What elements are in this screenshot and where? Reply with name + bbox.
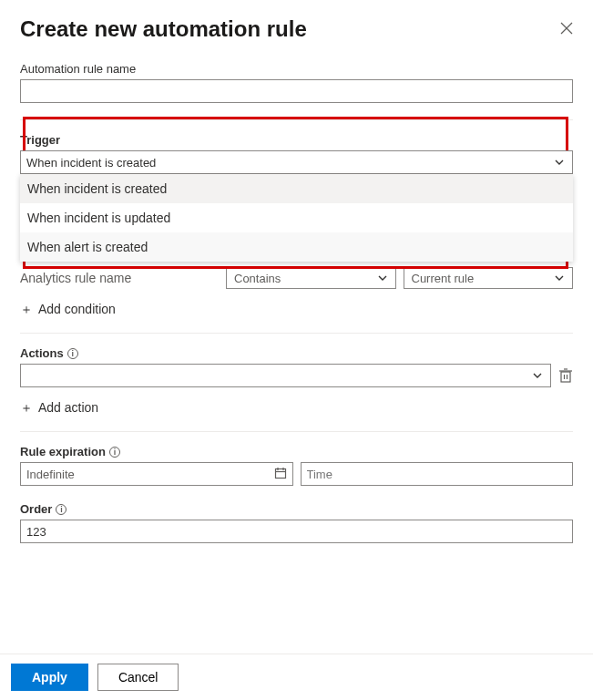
info-icon: i [56,504,66,515]
analytics-rule-label: Analytics rule name [20,271,219,285]
expiration-date-input[interactable]: Indefinite [20,462,293,486]
expiration-time-input[interactable] [301,462,574,486]
expiration-label: Rule expiration i [20,445,573,458]
trigger-option-alert[interactable]: When alert is created [20,232,573,262]
cancel-button[interactable]: Cancel [97,664,179,691]
condition-operator-dropdown[interactable]: Contains [226,267,396,289]
action-dropdown[interactable] [20,364,551,387]
page-title: Create new automation rule [20,16,307,42]
chevron-down-icon [554,157,565,168]
expiration-date-value: Indefinite [26,468,75,481]
chevron-down-icon [554,273,565,283]
condition-value-dropdown[interactable]: Current rule [404,267,574,289]
add-action-button[interactable]: ＋ Add action [20,400,573,415]
calendar-icon [274,467,287,482]
divider [20,431,573,432]
add-condition-button[interactable]: ＋ Add condition [20,302,573,316]
chevron-down-icon [377,273,388,283]
condition-value: Current rule [412,272,475,285]
actions-label: Actions i [20,346,573,360]
info-icon: i [67,348,78,359]
rule-name-input[interactable] [20,79,573,103]
order-input[interactable] [20,520,573,543]
trigger-option-created[interactable]: When incident is created [20,174,573,203]
apply-button[interactable]: Apply [11,664,88,691]
chevron-down-icon [532,370,543,381]
svg-rect-7 [275,468,285,478]
trigger-label: Trigger [20,133,573,147]
footer: Apply Cancel [0,654,593,700]
trigger-dropdown[interactable]: When incident is created [20,150,573,174]
add-condition-label: Add condition [38,302,116,316]
plus-icon: ＋ [20,401,33,414]
trigger-option-updated[interactable]: When incident is updated [20,203,573,232]
divider [20,333,573,334]
svg-rect-2 [561,372,570,382]
divider [20,119,573,120]
info-icon: i [109,447,120,458]
condition-operator-value: Contains [234,272,281,285]
trigger-dropdown-list: When incident is created When incident i… [20,174,573,262]
rule-name-label: Automation rule name [20,62,573,76]
order-label: Order i [20,502,573,516]
close-icon[interactable] [560,22,573,35]
plus-icon: ＋ [20,303,33,315]
trigger-selected: When incident is created [26,156,156,170]
add-action-label: Add action [38,400,98,415]
delete-action-icon[interactable] [558,367,573,384]
